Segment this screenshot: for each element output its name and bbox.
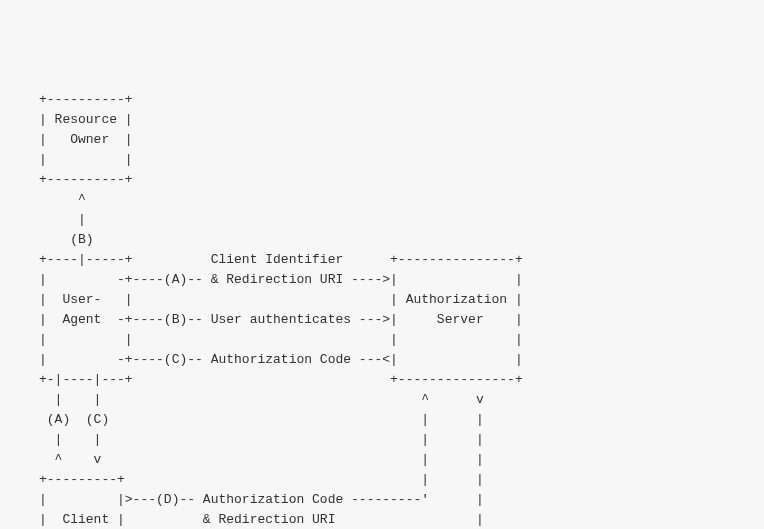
diagram-line: | Agent -+----(B)-- User authenticates -… [0,312,523,327]
diagram-line: | Resource | [0,112,133,127]
diagram-line: | | | | [0,332,523,347]
diagram-line: +---------+ | | [0,472,484,487]
diagram-line: | | [0,152,133,167]
diagram-line: ^ v | | [0,452,484,467]
diagram-line: | Client | & Redirection URI | [0,512,484,527]
diagram-line: | | ^ v [0,392,484,407]
diagram-line: (B) [0,232,94,247]
diagram-line: | |>---(D)-- Authorization Code --------… [0,492,484,507]
diagram-line: +----------+ [0,172,133,187]
diagram-line: | Owner | [0,132,133,147]
diagram-line: | [0,212,86,227]
diagram-line: | | | | [0,432,484,447]
diagram-line: +----------+ [0,92,133,107]
oauth-flow-diagram: +----------+ | Resource | | Owner | | | … [0,80,764,529]
diagram-line: | -+----(A)-- & Redirection URI ---->| | [0,272,523,287]
diagram-line: | -+----(C)-- Authorization Code ---<| | [0,352,523,367]
diagram-line: ^ [0,192,86,207]
diagram-line: (A) (C) | | [0,412,484,427]
diagram-line: | User- | | Authorization | [0,292,523,307]
diagram-line: +-|----|---+ +---------------+ [0,372,523,387]
diagram-line: +----|-----+ Client Identifier +--------… [0,252,523,267]
